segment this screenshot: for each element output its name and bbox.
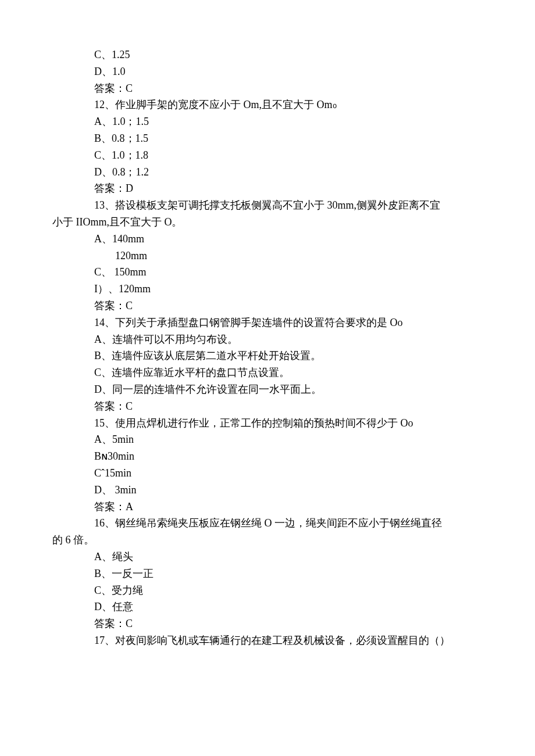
text-line: B、连墙件应该从底层第二道水平杆处开始设置。 — [52, 347, 483, 364]
text-line: D、任意 — [52, 599, 483, 615]
text-line: C、 150mm — [52, 264, 483, 281]
text-line: 答案：C — [52, 298, 483, 314]
text-line: 17、对夜间影响飞机或车辆通行的在建工程及机械设备，必须设置醒目的（） — [52, 632, 483, 649]
text-line: Bɴ30min — [52, 448, 483, 465]
text-line: 的 6 倍。 — [52, 532, 483, 549]
text-line: 16、钢丝绳吊索绳夹压板应在钢丝绳 O 一边，绳夹间距不应小于钢丝绳直径 — [52, 515, 483, 532]
text-line: I）、120mm — [52, 281, 483, 298]
text-line: 13、搭设模板支架可调托撑支托板侧翼高不宜小于 30mm,侧翼外皮距离不宜 — [52, 197, 483, 214]
text-line: C、受力绳 — [52, 582, 483, 599]
text-line: 答案：C — [52, 398, 483, 415]
text-line: 答案：D — [52, 180, 483, 197]
text-line: 15、使用点焊机进行作业，正常工作的控制箱的预热时间不得少于 Oo — [52, 415, 483, 432]
text-line: A、连墙件可以不用均匀布设。 — [52, 331, 483, 348]
text-line: A、1.0；1.5 — [52, 113, 483, 130]
text-line: 120mm — [52, 248, 483, 264]
text-line: 12、作业脚手架的宽度不应小于 Om,且不宜大于 Om₀ — [52, 96, 483, 113]
text-line: C、1.0；1.8 — [52, 147, 483, 164]
text-line: D、0.8；1.2 — [52, 164, 483, 181]
text-line: 14、下列关于承插型盘口钢管脚手架连墙件的设置符合要求的是 Oo — [52, 314, 483, 331]
text-line: D、 3min — [52, 482, 483, 499]
text-line: D、1.0 — [52, 63, 483, 80]
text-line: C、连墙件应靠近水平杆的盘口节点设置。 — [52, 364, 483, 381]
text-line: A、140mm — [52, 231, 483, 248]
text-line: B、一反一正 — [52, 565, 483, 582]
text-line: C、1.25 — [52, 46, 483, 63]
text-line: A、绳头 — [52, 549, 483, 565]
text-line: Cˆ15min — [52, 465, 483, 482]
text-line: 小于 IIOmm,且不宜大于 O。 — [52, 214, 483, 231]
text-line: D、同一层的连墙件不允许设置在同一水平面上。 — [52, 381, 483, 398]
text-line: 答案：A — [52, 499, 483, 515]
text-line: B、0.8；1.5 — [52, 130, 483, 147]
text-line: 答案：C — [52, 80, 483, 97]
text-line: 答案：C — [52, 615, 483, 632]
text-line: A、5min — [52, 431, 483, 448]
